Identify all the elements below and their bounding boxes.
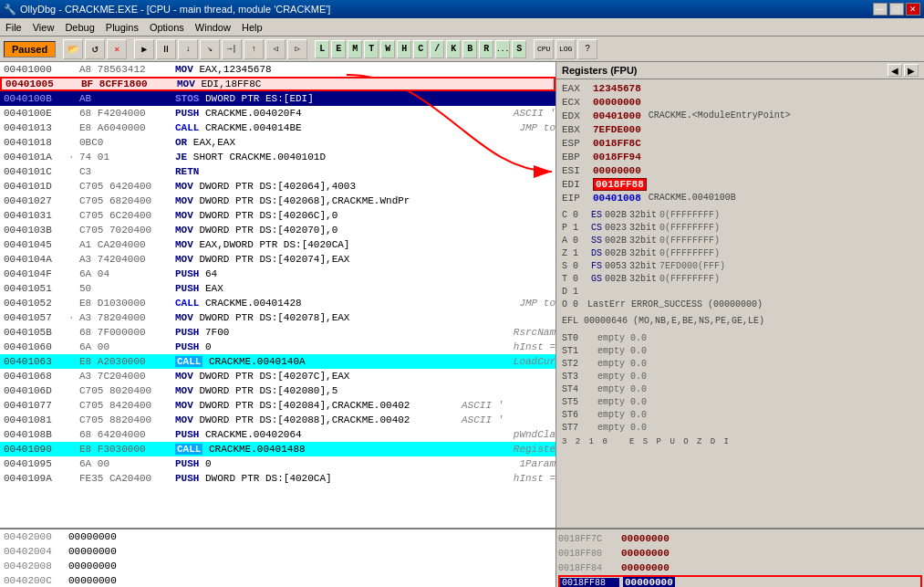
title-bar: 🔧 OllyDbg - CRACKME.EXE - [CPU - main th… bbox=[0, 0, 924, 18]
mem-row[interactable]: 00402000 00000000 bbox=[0, 529, 555, 544]
minimize-button[interactable]: — bbox=[873, 3, 888, 16]
disasm-row[interactable]: 0040103B C705 7020400 MOV DWORD PTR DS:[… bbox=[0, 223, 555, 237]
disasm-row-call1[interactable]: 00401063 E8 A2030000 CALL CRACKME.004014… bbox=[0, 354, 555, 369]
st1: ST1empty 0.0 bbox=[562, 344, 919, 357]
reg-efl: EFL 00000646 (MO,NB,E,BE,NS,PE,GE,LE) bbox=[562, 314, 919, 328]
maximize-button[interactable]: □ bbox=[889, 3, 904, 16]
disasm-row[interactable]: 0040101D C705 6420400 MOV DWORD PTR DS:[… bbox=[0, 179, 555, 194]
log-view-button[interactable]: LOG bbox=[555, 39, 576, 59]
disasm-row[interactable]: 00401052 E8 D1030000 CALL CRACKME.004014… bbox=[0, 296, 555, 310]
tb-slash-button[interactable]: / bbox=[430, 40, 444, 58]
disasm-row[interactable]: 00401095 6A 00 PUSH 0 1Param bbox=[0, 456, 555, 471]
disasm-row[interactable]: 0040101A · 74 01 JE SHORT CRACKME.004010… bbox=[0, 150, 555, 164]
st5: ST5empty 0.0 bbox=[562, 395, 919, 408]
disasm-row[interactable]: 0040108B 68 64204000 PUSH CRACKME.004020… bbox=[0, 427, 555, 442]
regs-prev-button[interactable]: ◀ bbox=[888, 64, 902, 77]
registers-title: Registers (FPU) bbox=[562, 65, 638, 76]
title-text: OllyDbg - CRACKME.EXE - [CPU - main thre… bbox=[20, 4, 330, 15]
tb-c-button[interactable]: C bbox=[413, 40, 428, 58]
title-controls[interactable]: — □ ✕ bbox=[873, 3, 920, 16]
menu-plugins[interactable]: Plugins bbox=[100, 20, 144, 35]
tb-l-button[interactable]: L bbox=[315, 40, 329, 58]
disasm-row[interactable]: 00401013 E8 A6040000 CALL CRACKME.004014… bbox=[0, 121, 555, 135]
toolbar: Paused 📂 ↺ ✕ ▶ ⏸ ↓ ↘ →| ↑ ◁ ▷ L E M T W … bbox=[0, 37, 924, 62]
disasm-row-red[interactable]: 00401005 BF 8CFF1800 MOV EDI,18FF8C bbox=[0, 77, 555, 91]
tb-s-button[interactable]: S bbox=[512, 40, 526, 58]
pause-button[interactable]: ⏸ bbox=[156, 39, 176, 59]
disasm-row-selected[interactable]: 0040100B AB STOS DWORD PTR ES:[EDI] bbox=[0, 91, 555, 106]
reg-ebx: EBX 7EFDE000 bbox=[562, 122, 919, 136]
menu-file[interactable]: File bbox=[0, 20, 27, 35]
disasm-row[interactable]: 00401077 C705 8420400 MOV DWORD PTR DS:[… bbox=[0, 398, 555, 413]
disasm-row[interactable]: 0040105B 68 7F000000 PUSH 7F00 RsrcNam bbox=[0, 325, 555, 340]
stack-row[interactable]: 0018FF7C 00000000 bbox=[558, 531, 922, 546]
disasm-row[interactable]: 00401018 0BC0 OR EAX,EAX bbox=[0, 135, 555, 150]
tb-k-button[interactable]: K bbox=[446, 40, 461, 58]
disasm-row-call2[interactable]: 00401090 E8 F3030000 CALL CRACKME.004014… bbox=[0, 442, 555, 456]
disasm-row[interactable]: 00401057 · A3 78204000 MOV DWORD PTR DS:… bbox=[0, 310, 555, 325]
menu-view[interactable]: View bbox=[27, 20, 60, 35]
menu-window[interactable]: Window bbox=[190, 20, 236, 35]
close-button[interactable]: ✕ bbox=[906, 3, 920, 16]
menu-bar: File View Debug Plugins Options Window H… bbox=[0, 18, 924, 37]
stack-row[interactable]: 0018FF80 00000000 bbox=[558, 546, 922, 561]
execute-till-ret-button[interactable]: ↑ bbox=[244, 39, 264, 59]
tb-w-button[interactable]: W bbox=[380, 40, 395, 58]
st4: ST4empty 0.0 bbox=[562, 383, 919, 395]
disasm-row[interactable]: 00401000 A8 78563412 MOV EAX,12345678 bbox=[0, 62, 555, 77]
st3: ST3empty 0.0 bbox=[562, 370, 919, 383]
disasm-row[interactable]: 00401060 6A 00 PUSH 0 hInst = bbox=[0, 340, 555, 354]
st6: ST6empty 0.0 bbox=[562, 408, 919, 421]
disasm-row[interactable]: 0040101C C3 RETN bbox=[0, 164, 555, 179]
trace-fwd-button[interactable]: ▷ bbox=[287, 39, 307, 59]
mem-row[interactable]: 00402004 00000000 bbox=[0, 544, 555, 559]
help-button[interactable]: ? bbox=[577, 39, 597, 59]
disasm-row[interactable]: 0040100E 68 F4204000 PUSH CRACKME.004020… bbox=[0, 106, 555, 121]
disasm-row[interactable]: 00401051 50 PUSH EAX bbox=[0, 281, 555, 296]
tb-r-button[interactable]: R bbox=[479, 40, 493, 58]
menu-debug[interactable]: Debug bbox=[59, 20, 99, 35]
disasm-row[interactable]: 00401045 A1 CA204000 MOV EAX,DWORD PTR D… bbox=[0, 237, 555, 252]
registers-nav[interactable]: ◀ ▶ bbox=[888, 64, 919, 77]
regs-next-button[interactable]: ▶ bbox=[904, 64, 919, 77]
registers-content: EAX 12345678 ECX 00000000 EDX 00401000 C… bbox=[556, 79, 924, 528]
disasm-scroll[interactable]: 00401000 A8 78563412 MOV EAX,12345678 00… bbox=[0, 62, 555, 528]
tb-h-button[interactable]: H bbox=[397, 40, 411, 58]
tb-dots-button[interactable]: ... bbox=[495, 40, 510, 58]
step-into-button[interactable]: ↓ bbox=[178, 39, 198, 59]
tb-t-button[interactable]: T bbox=[364, 40, 379, 58]
mem-row[interactable]: 0040200C 00000000 bbox=[0, 573, 555, 587]
step-over-button[interactable]: ↘ bbox=[200, 39, 220, 59]
disasm-row[interactable]: 0040104F 6A 04 PUSH 64 bbox=[0, 267, 555, 281]
tb-b-button[interactable]: B bbox=[462, 40, 477, 58]
cpu-view-button[interactable]: CPU bbox=[534, 39, 554, 59]
disasm-row[interactable]: 00401068 A3 7C204000 MOV DWORD PTR DS:[4… bbox=[0, 369, 555, 383]
run-button[interactable]: ▶ bbox=[134, 39, 154, 59]
run-to-button[interactable]: →| bbox=[222, 39, 242, 59]
disasm-row[interactable]: 0040109A FE35 CA20400 PUSH DWORD PTR DS:… bbox=[0, 471, 555, 486]
close-button[interactable]: ✕ bbox=[107, 39, 127, 59]
disasm-row[interactable]: 00401027 C705 6820400 MOV DWORD PTR DS:[… bbox=[0, 194, 555, 208]
mem-row[interactable]: 00402008 00000000 bbox=[0, 559, 555, 573]
flag-a: A 0 SS 002B 32bit 0(FFFFFFFF) bbox=[562, 234, 919, 246]
open-button[interactable]: 📂 bbox=[63, 39, 83, 59]
st0: ST0empty 0.0 bbox=[562, 331, 919, 344]
stack-row[interactable]: 0018FF84 00000000 bbox=[558, 561, 922, 575]
disasm-row[interactable]: 00401031 C705 6C20400 MOV DWORD PTR DS:[… bbox=[0, 208, 555, 223]
stack-row-edi[interactable]: 0018FF88 00000000 bbox=[558, 575, 922, 587]
fpu-status-bits: 3 2 1 0 E S P U O Z D I bbox=[562, 437, 919, 446]
disasm-row[interactable]: 0040104A A3 74204000 MOV DWORD PTR DS:[4… bbox=[0, 252, 555, 267]
menu-help[interactable]: Help bbox=[236, 20, 268, 35]
menu-options[interactable]: Options bbox=[144, 20, 190, 35]
flag-p: P 1 CS 0023 32bit 0(FFFFFFFF) bbox=[562, 221, 919, 234]
restart-button[interactable]: ↺ bbox=[85, 39, 105, 59]
disasm-panel: 00401000 A8 78563412 MOV EAX,12345678 00… bbox=[0, 62, 556, 528]
disasm-row[interactable]: 00401081 C705 8820400 MOV DWORD PTR DS:[… bbox=[0, 413, 555, 427]
tb-m-button[interactable]: M bbox=[348, 40, 362, 58]
registers-header: Registers (FPU) ◀ ▶ bbox=[556, 62, 924, 79]
tb-e-button[interactable]: E bbox=[331, 40, 346, 58]
reg-esi: ESI 00000000 bbox=[562, 163, 919, 177]
stack-content[interactable]: 0018FF7C 00000000 0018FF80 00000000 0018… bbox=[556, 529, 924, 587]
trace-back-button[interactable]: ◁ bbox=[265, 39, 286, 59]
disasm-row[interactable]: 0040106D C705 8020400 MOV DWORD PTR DS:[… bbox=[0, 383, 555, 398]
